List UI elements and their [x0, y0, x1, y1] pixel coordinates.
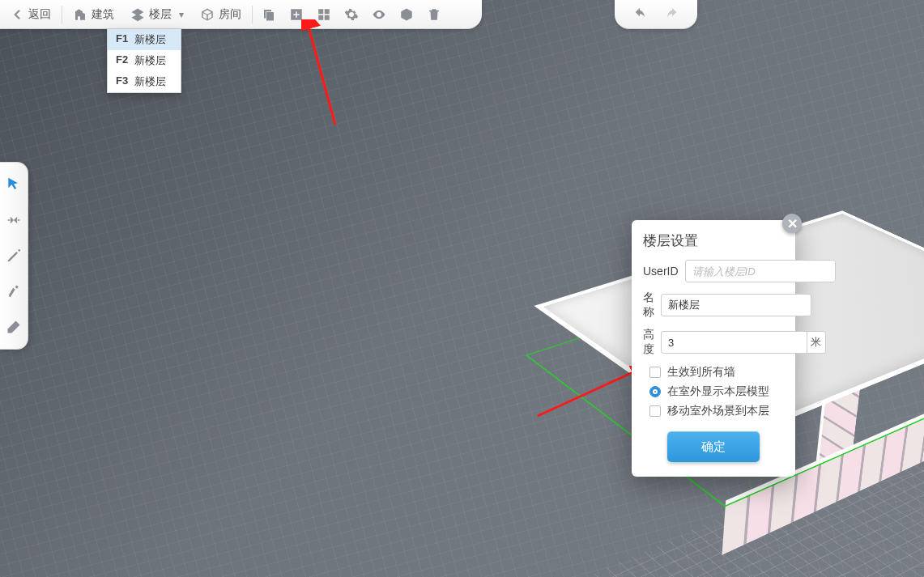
floor-code: F2 [116, 53, 128, 68]
floor-dropdown-item[interactable]: F3新楼层 [108, 71, 181, 92]
name-label: 名称 [643, 291, 654, 320]
floor-settings-dialog: ✕ 楼层设置 UserID 名称 高度 米 生效到所有墙 在室外显示本层模型 移… [632, 220, 795, 477]
room-label: 房间 [219, 7, 241, 22]
back-button[interactable]: 返回 [2, 0, 59, 29]
floor-label: 新楼层 [134, 74, 166, 89]
back-label: 返回 [28, 7, 51, 22]
checkbox-icon [649, 405, 661, 417]
left-toolbox [0, 162, 28, 350]
checkbox-icon [649, 367, 661, 378]
building-icon [73, 7, 87, 22]
room-button[interactable]: 房间 [192, 0, 249, 29]
floor-button[interactable]: 楼层 ▾ [122, 0, 192, 29]
opt-show-outdoor[interactable]: 在室外显示本层模型 [649, 384, 784, 399]
box-button[interactable] [393, 0, 420, 29]
floor-dropdown-item[interactable]: F2新楼层 [108, 50, 181, 71]
main-toolbar: 返回 建筑 楼层 ▾ 房间 [0, 0, 482, 29]
gear-icon [344, 7, 359, 22]
copy-button[interactable] [255, 0, 283, 29]
opt-apply-all-walls[interactable]: 生效到所有墙 [649, 365, 784, 380]
opt-move-outdoor-scene[interactable]: 移动室外场景到本层 [649, 404, 784, 418]
floor-label: 新楼层 [134, 32, 166, 47]
layers-icon [130, 7, 145, 22]
userid-label: UserID [643, 265, 679, 278]
delete-button[interactable] [420, 0, 448, 29]
add-button[interactable] [283, 0, 310, 29]
trash-icon [427, 7, 441, 22]
draw-tool[interactable] [3, 245, 24, 266]
close-icon: ✕ [787, 216, 798, 231]
undo-button[interactable] [632, 7, 647, 22]
dialog-close-button[interactable]: ✕ [782, 214, 802, 233]
eye-icon [372, 7, 386, 22]
userid-input[interactable] [685, 260, 836, 282]
redo-button[interactable] [665, 7, 679, 22]
floor-code: F1 [116, 32, 128, 47]
separator [62, 6, 62, 23]
checkbox-icon [649, 386, 661, 397]
floor-dropdown-item[interactable]: F1新楼层 [108, 29, 181, 50]
visibility-button[interactable] [365, 0, 393, 29]
height-input[interactable] [661, 331, 826, 354]
opt-move-outdoor-scene-label: 移动室外场景到本层 [667, 404, 769, 418]
opt-show-outdoor-label: 在室外显示本层模型 [667, 384, 769, 399]
box-icon [399, 7, 414, 22]
separator [252, 6, 253, 23]
chevron-left-icon [10, 7, 24, 22]
cube-icon [200, 7, 215, 22]
copy-icon [262, 7, 276, 22]
building-label: 建筑 [92, 7, 114, 22]
history-toolbar [615, 0, 697, 29]
name-input[interactable] [661, 294, 811, 316]
height-label: 高度 [643, 328, 654, 357]
measure-tool[interactable] [3, 210, 24, 231]
paint-tool[interactable] [3, 281, 24, 302]
floor-label: 楼层 [149, 7, 172, 22]
dialog-title: 楼层设置 [643, 231, 784, 250]
ok-button[interactable]: 确定 [667, 431, 760, 462]
building-button[interactable]: 建筑 [65, 0, 122, 29]
floor-dropdown[interactable]: F1新楼层F2新楼层F3新楼层 [107, 29, 181, 93]
chevron-down-icon: ▾ [179, 9, 184, 20]
plus-square-icon [289, 7, 304, 22]
eraser-tool[interactable] [3, 316, 24, 337]
floor-label: 新楼层 [134, 53, 166, 68]
floor-code: F3 [116, 74, 128, 89]
grid-icon [317, 7, 331, 22]
grid-button[interactable] [310, 0, 338, 29]
opt-apply-all-walls-label: 生效到所有墙 [667, 365, 735, 380]
pointer-tool[interactable] [3, 174, 24, 195]
settings-button[interactable] [338, 0, 365, 29]
